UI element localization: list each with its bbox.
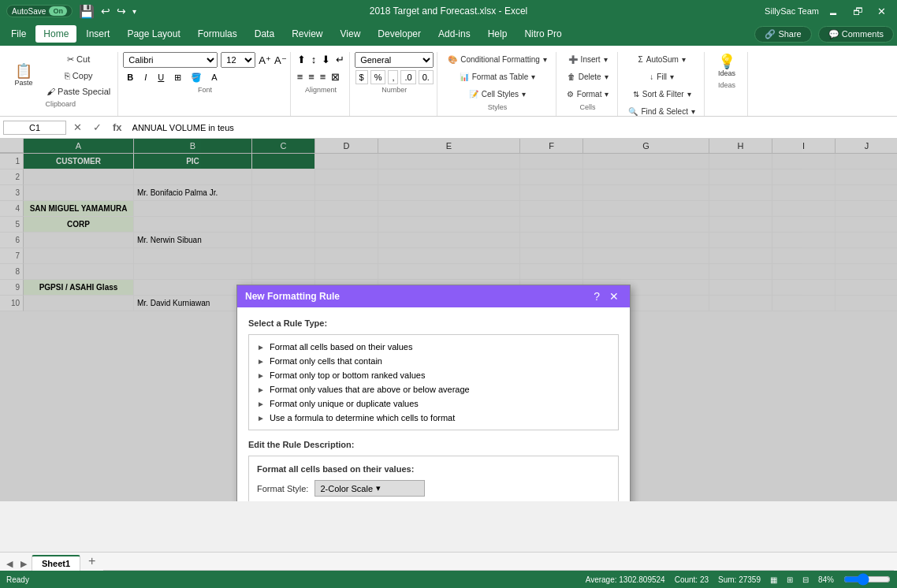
format-dropdown-icon: ▾ bbox=[605, 90, 609, 99]
paste-special-button[interactable]: 🖌 Paste Special bbox=[43, 84, 114, 99]
ideas-button[interactable]: 💡 Ideas bbox=[709, 52, 744, 80]
format-style-select[interactable]: 2-Color Scale ▾ bbox=[315, 480, 425, 497]
rule-type-item[interactable]: ► Format only top or bottom ranked value… bbox=[255, 368, 612, 382]
sort-filter-button[interactable]: ⇅ Sort & Filter ▾ bbox=[627, 87, 697, 102]
bold-button[interactable]: B bbox=[123, 70, 137, 84]
add-sheet-button[interactable]: + bbox=[82, 552, 102, 571]
zoom-slider[interactable] bbox=[843, 573, 891, 586]
menu-bar: File Home Insert Page Layout Formulas Da… bbox=[0, 22, 897, 46]
align-center-icon[interactable]: ≡ bbox=[307, 69, 316, 84]
italic-button[interactable]: I bbox=[140, 70, 151, 84]
menu-insert[interactable]: Insert bbox=[78, 25, 117, 43]
sheet-tab-sheet1[interactable]: Sheet1 bbox=[32, 555, 80, 571]
font-size-select[interactable]: 12 bbox=[221, 52, 255, 68]
formula-accept-icon[interactable]: ✓ bbox=[89, 120, 106, 135]
rule-type-label-6: Use a formula to determine which cells t… bbox=[270, 413, 455, 422]
scroll-left-icon[interactable]: ◀ bbox=[3, 557, 16, 571]
align-right-icon[interactable]: ≡ bbox=[318, 69, 328, 84]
copy-button[interactable]: ⎘ Copy bbox=[43, 69, 114, 83]
menu-review[interactable]: Review bbox=[284, 25, 330, 43]
view-normal-icon[interactable]: ▦ bbox=[770, 575, 777, 584]
delete-icon: 🗑 bbox=[568, 73, 575, 81]
number-label: Number bbox=[355, 86, 434, 94]
rule-type-item[interactable]: ► Format only unique or duplicate values bbox=[255, 396, 612, 411]
decrease-decimal-icon[interactable]: 0. bbox=[419, 70, 434, 84]
insert-dropdown-icon: ▾ bbox=[604, 55, 608, 64]
align-top-icon[interactable]: ⬆ bbox=[296, 52, 307, 67]
merge-center-icon[interactable]: ⊠ bbox=[329, 69, 341, 84]
font-color-button[interactable]: A bbox=[208, 71, 220, 84]
increase-decimal-icon[interactable]: .0 bbox=[400, 70, 415, 84]
autosave-label: AutoSave bbox=[12, 7, 46, 16]
spreadsheet-area: A B C D E F G H I J 1 CUSTOMER PIC 2 bbox=[0, 139, 897, 501]
menu-formulas[interactable]: Formulas bbox=[190, 25, 245, 43]
format-button[interactable]: ⚙ Format ▾ bbox=[561, 87, 615, 102]
formula-input[interactable] bbox=[129, 121, 894, 134]
close-button[interactable]: ✕ bbox=[873, 4, 891, 19]
align-middle-icon[interactable]: ↕ bbox=[310, 52, 318, 67]
comments-button[interactable]: 💬 Comments bbox=[818, 26, 894, 43]
menu-help[interactable]: Help bbox=[480, 25, 515, 43]
formula-cancel-icon[interactable]: ✕ bbox=[69, 120, 86, 135]
font-family-select[interactable]: Calibri bbox=[123, 52, 218, 68]
menu-developer[interactable]: Developer bbox=[370, 25, 429, 43]
fill-button[interactable]: ↓ Fill ▾ bbox=[644, 69, 679, 84]
rule-type-item[interactable]: ► Format all cells based on their values bbox=[255, 340, 612, 354]
menu-file[interactable]: File bbox=[3, 25, 34, 43]
status-right: Average: 1302.809524 Count: 23 Sum: 2735… bbox=[586, 573, 891, 586]
status-bar: Ready Average: 1302.809524 Count: 23 Sum… bbox=[0, 571, 897, 588]
menu-add-ins[interactable]: Add-ins bbox=[430, 25, 478, 43]
find-select-button[interactable]: 🔍 Find & Select ▾ bbox=[623, 104, 700, 119]
ribbon-group-font: Calibri 12 A⁺ A⁻ B I U ⊞ 🪣 A Font bbox=[120, 52, 290, 116]
minimize-button[interactable]: 🗕 bbox=[824, 4, 843, 19]
menu-page-layout[interactable]: Page Layout bbox=[119, 25, 188, 43]
font-decrease-icon[interactable]: A⁻ bbox=[274, 54, 287, 66]
dropdown-icon[interactable]: ▾ bbox=[132, 7, 136, 16]
insert-function-icon[interactable]: fx bbox=[109, 120, 126, 135]
number-format-select[interactable]: General bbox=[355, 52, 434, 68]
cell-styles-button[interactable]: 📝 Cell Styles ▾ bbox=[463, 87, 531, 102]
insert-button[interactable]: ➕ Insert ▾ bbox=[563, 52, 613, 67]
format-as-table-button[interactable]: 📊 Format as Table ▾ bbox=[454, 69, 542, 84]
percent-icon[interactable]: % bbox=[370, 70, 386, 84]
view-layout-icon[interactable]: ⊞ bbox=[787, 575, 793, 584]
rule-type-item[interactable]: ► Format only values that are above or b… bbox=[255, 382, 612, 396]
view-page-break-icon[interactable]: ⊟ bbox=[802, 575, 809, 584]
menu-view[interactable]: View bbox=[333, 25, 369, 43]
rule-type-item[interactable]: ► Format only cells that contain bbox=[255, 354, 612, 368]
menu-home[interactable]: Home bbox=[35, 25, 76, 43]
title-bar-right: SillySac Team 🗕 🗗 ✕ bbox=[765, 4, 891, 19]
save-icon[interactable]: 💾 bbox=[79, 4, 95, 19]
currency-icon[interactable]: $ bbox=[355, 70, 368, 84]
sum-button[interactable]: Σ AutoSum ▾ bbox=[633, 52, 691, 67]
name-box[interactable] bbox=[3, 121, 66, 135]
format-all-label: Format all cells based on their values: bbox=[257, 464, 610, 474]
scroll-right-icon[interactable]: ▶ bbox=[17, 557, 30, 571]
menu-data[interactable]: Data bbox=[247, 25, 282, 43]
border-button[interactable]: ⊞ bbox=[171, 71, 184, 84]
redo-icon[interactable]: ↪ bbox=[117, 5, 126, 17]
dialog-help-button[interactable]: ? bbox=[590, 290, 603, 303]
undo-icon[interactable]: ↩ bbox=[101, 5, 110, 17]
fill-color-button[interactable]: 🪣 bbox=[188, 71, 205, 84]
delete-button[interactable]: 🗑 Delete ▾ bbox=[562, 69, 614, 84]
rule-type-item[interactable]: ► Use a formula to determine which cells… bbox=[255, 411, 612, 425]
align-left-icon[interactable]: ≡ bbox=[296, 69, 305, 84]
wrap-text-icon[interactable]: ↵ bbox=[334, 52, 346, 67]
cf-dropdown-icon: ▾ bbox=[543, 55, 547, 64]
underline-button[interactable]: U bbox=[154, 70, 168, 84]
menu-nitro-pro[interactable]: Nitro Pro bbox=[516, 25, 569, 43]
align-bottom-icon[interactable]: ⬇ bbox=[320, 52, 332, 67]
autosave-toggle[interactable]: AutoSave On bbox=[6, 5, 73, 17]
comma-icon[interactable]: , bbox=[388, 70, 398, 84]
cut-button[interactable]: ✂ Cut bbox=[43, 52, 114, 67]
paste-button[interactable]: 📋 Paste bbox=[6, 61, 41, 89]
font-increase-icon[interactable]: A⁺ bbox=[259, 54, 271, 66]
sort-icon: ⇅ bbox=[633, 90, 639, 99]
conditional-formatting-button[interactable]: 🎨 Conditional Formatting ▾ bbox=[442, 52, 553, 67]
restore-button[interactable]: 🗗 bbox=[848, 4, 868, 19]
dialog-close-button[interactable]: ✕ bbox=[606, 290, 622, 303]
ribbon-group-number: General $ % , .0 0. Number bbox=[352, 52, 437, 116]
share-button[interactable]: 🔗 Share bbox=[754, 26, 811, 43]
fat-dropdown-icon: ▾ bbox=[531, 73, 535, 81]
